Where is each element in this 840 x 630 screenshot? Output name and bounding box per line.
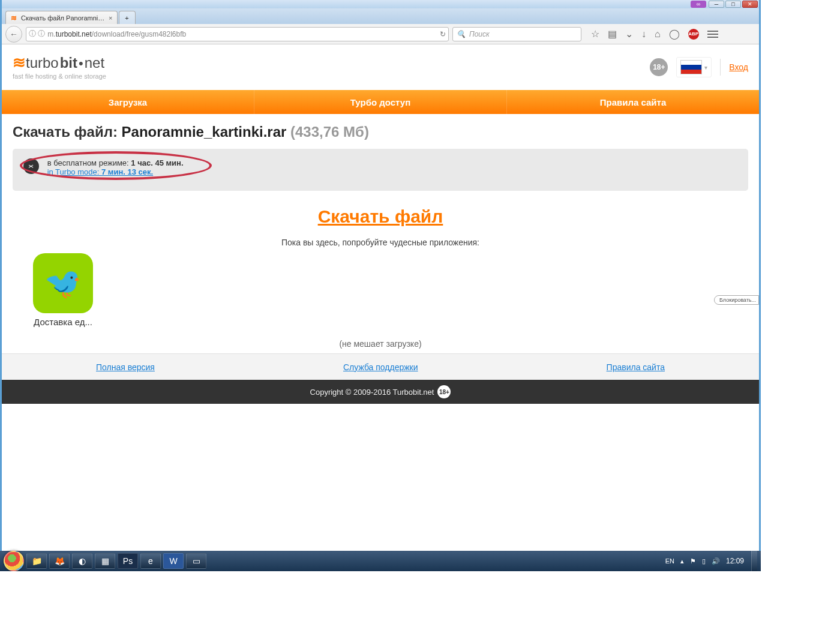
- home-icon[interactable]: ⌂: [655, 29, 661, 40]
- menu-item-upload[interactable]: Загрузка: [2, 90, 254, 114]
- taskbar-app-icon[interactable]: ◐: [72, 553, 92, 569]
- site-identity-icon[interactable]: ⓘ ⓘ: [29, 29, 45, 39]
- chevron-down-icon: ▾: [704, 64, 707, 71]
- download-info-box: в бесплатном режиме: 1 час. 45 мин. in T…: [13, 149, 748, 191]
- site-logo[interactable]: ≋ turbobit•net fast file hosting & onlin…: [13, 55, 106, 80]
- turbo-mode-link[interactable]: in Turbo mode: 7 мин. 13 сек.: [47, 167, 154, 176]
- ostrich-icon: 🐦: [44, 266, 82, 301]
- footer-link-full-version[interactable]: Полная версия: [96, 362, 155, 372]
- downloads-icon[interactable]: ↓: [641, 29, 646, 40]
- menu-hamburger-icon[interactable]: [707, 31, 718, 38]
- download-title: Скачать файл: Panoramnie_kartinki.rar (4…: [13, 124, 748, 140]
- search-placeholder: Поиск: [469, 30, 490, 38]
- tray-chevron-up-icon[interactable]: ▴: [680, 557, 684, 565]
- tray-network-icon[interactable]: ▯: [702, 557, 706, 565]
- window-title-bar: ∞ ─ □ ✕: [2, 0, 759, 8]
- tray-clock[interactable]: 12:09: [726, 557, 744, 565]
- logo-tagline: fast file hosting & online storage: [13, 73, 106, 80]
- flag-ru-icon: [680, 60, 702, 74]
- app-name: Доставка ед...: [31, 317, 95, 327]
- pocket-icon[interactable]: ⌄: [625, 28, 633, 40]
- taskbar-word-icon[interactable]: W: [163, 553, 184, 569]
- system-tray: EN ▴ ⚑ ▯ 🔊 12:09: [665, 557, 746, 565]
- taskbar-app-icon[interactable]: ▦: [95, 553, 115, 569]
- tab-close-icon[interactable]: ×: [109, 14, 112, 22]
- start-button[interactable]: [4, 551, 24, 571]
- app-tile[interactable]: 🐦 Доставка ед...: [31, 253, 95, 327]
- taskbar-explorer-icon[interactable]: 📁: [26, 553, 47, 569]
- divider: [720, 59, 721, 76]
- plus-icon: +: [125, 14, 128, 22]
- copyright-bar: Copyright © 2009-2016 Turbobit.net 18+: [2, 380, 759, 404]
- url-text: m.turbobit.net/download/free/gusm482l6bf…: [47, 30, 186, 38]
- logo-chevrons-icon: ≋: [13, 55, 22, 70]
- window-close-button[interactable]: ✕: [742, 1, 758, 8]
- search-bar[interactable]: 🔍 Поиск: [452, 27, 581, 41]
- footer-link-rules[interactable]: Правила сайта: [607, 362, 665, 372]
- tray-flag-icon[interactable]: ⚑: [690, 557, 696, 565]
- browser-tab-active[interactable]: ≋ Скачать файл Panoramnie... ×: [5, 11, 118, 24]
- show-desktop-button[interactable]: [751, 551, 757, 571]
- taskbar-photoshop-icon[interactable]: Ps: [118, 553, 138, 569]
- bookmark-star-icon[interactable]: ☆: [591, 28, 599, 40]
- apps-intro-text: Пока вы здесь, попробуйте чудесные прило…: [13, 238, 748, 247]
- windows-taskbar: 📁 🦊 ◐ ▦ Ps e W ▭ EN ▴ ⚑ ▯ 🔊 12:09: [0, 551, 761, 571]
- language-selector[interactable]: ▾: [676, 57, 712, 77]
- browser-tab-strip: ≋ Скачать файл Panoramnie... × +: [2, 8, 759, 24]
- free-mode-time: в бесплатном режиме: 1 час. 45 мин.: [47, 158, 184, 167]
- taskbar-firefox-icon[interactable]: 🦊: [49, 553, 70, 569]
- reload-icon[interactable]: ↻: [440, 30, 446, 38]
- chat-icon[interactable]: ◯: [669, 28, 680, 40]
- window-minimize-button[interactable]: ─: [709, 1, 724, 8]
- clipboard-icon[interactable]: ▤: [608, 28, 617, 40]
- menu-item-rules[interactable]: Правила сайта: [507, 90, 759, 114]
- abp-icon[interactable]: ABP: [688, 29, 699, 40]
- age-badge: 18+: [650, 58, 668, 76]
- browser-nav-bar: ← ⓘ ⓘ m.turbobit.net/download/free/gusm4…: [2, 24, 759, 44]
- back-button[interactable]: ←: [5, 26, 22, 43]
- app-icon: 🐦: [33, 253, 93, 313]
- window-maximize-button[interactable]: □: [725, 1, 741, 8]
- tray-volume-icon[interactable]: 🔊: [712, 557, 720, 565]
- new-tab-button[interactable]: +: [119, 11, 136, 24]
- no-interfere-note: (не мешает загрузке): [13, 339, 748, 349]
- page-content: ≋ turbobit•net fast file hosting & onlin…: [2, 44, 759, 569]
- tray-lang[interactable]: EN: [665, 557, 674, 565]
- url-bar[interactable]: ⓘ ⓘ m.turbobit.net/download/free/gusm482…: [26, 27, 449, 41]
- utility-badge[interactable]: ∞: [691, 1, 706, 8]
- taskbar-ie-icon[interactable]: e: [140, 553, 161, 569]
- menu-item-turbo[interactable]: Турбо доступ: [254, 90, 507, 114]
- block-button[interactable]: Блокировать...: [714, 295, 759, 305]
- site-header: ≋ turbobit•net fast file hosting & onlin…: [2, 44, 759, 90]
- main-menu: Загрузка Турбо доступ Правила сайта: [2, 90, 759, 114]
- clock-icon: [23, 158, 39, 174]
- age-badge-footer: 18+: [437, 385, 451, 398]
- download-file-link[interactable]: Скачать файл: [13, 206, 748, 227]
- search-icon: 🔍: [457, 30, 466, 38]
- login-link[interactable]: Вход: [729, 62, 748, 72]
- tab-favicon: ≋: [10, 14, 18, 22]
- footer-links: Полная версия Служба поддержки Правила с…: [2, 353, 759, 380]
- taskbar-app-icon[interactable]: ▭: [186, 553, 206, 569]
- tab-title: Скачать файл Panoramnie...: [21, 14, 105, 22]
- footer-link-support[interactable]: Служба поддержки: [343, 362, 418, 372]
